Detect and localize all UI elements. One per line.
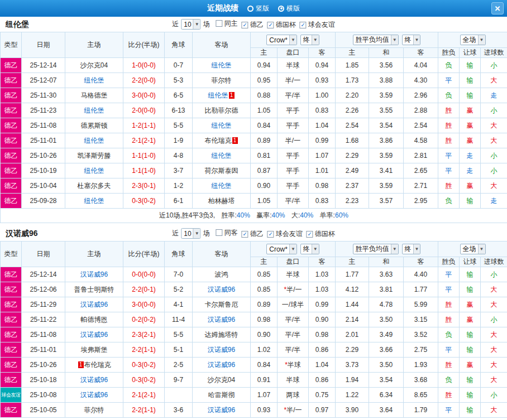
handicap-away-odds: 0.90 [309, 312, 336, 327]
wdl-result: 胜 [438, 103, 460, 118]
match-count-select[interactable]: 10▼ [181, 228, 200, 239]
odds-company-select[interactable]: Crow*▼ [266, 35, 297, 45]
handicap-line: 平/半 [278, 342, 309, 358]
handicap-result: 输 [460, 388, 481, 403]
away-team-cell: 卡尔斯鲁厄 [193, 297, 251, 312]
avg-draw-odds: 3.49 [369, 327, 404, 342]
over-under-result: 大 [481, 358, 507, 373]
handicap-result: 赢 [460, 297, 481, 312]
col-home: 主场 [65, 242, 123, 267]
match-count-select[interactable]: 10▼ [181, 19, 200, 30]
handicap-result: 赢 [460, 103, 481, 118]
match-row: 德乙25-09-28纽伦堡0-3(0-2)6-1柏林赫塔1.05平/半0.832… [1, 194, 507, 209]
avg-time-select[interactable]: 终▼ [402, 244, 421, 254]
filter-checkbox-1[interactable]: ✓德乙 [242, 229, 264, 239]
checkbox-checked-icon: ✓ [307, 231, 313, 238]
avg-time-select[interactable]: 终▼ [402, 35, 421, 45]
chevron-down-icon: ▼ [312, 244, 319, 254]
col-type: 类型 [1, 32, 22, 58]
asian-rate-label: 赢率: [256, 211, 271, 219]
league-type-badge: 德乙 [1, 267, 22, 282]
match-date: 25-12-07 [22, 73, 65, 88]
col-away-odds: 客 [309, 48, 336, 58]
match-date: 25-10-04 [22, 178, 65, 194]
team-name[interactable]: 汉诺威96 [80, 271, 108, 278]
odds-company-select[interactable]: Crow*▼ [266, 244, 297, 254]
team-name[interactable]: 纽伦堡 [84, 76, 104, 84]
filter-checkbox-0[interactable]: 同主 [216, 19, 238, 28]
avg-odds-select[interactable]: 胜平负均值▼ [353, 35, 399, 45]
avg-away-odds: 1.77 [404, 282, 438, 297]
match-date: 25-11-22 [22, 312, 65, 327]
matches-table: 类型 日期 主场 比分(半场) 角球 客场 Crow*▼ 终▼ 胜平负均值▼ 终… [0, 241, 507, 418]
col-handicap: 盘口 [278, 48, 309, 58]
avg-draw-odds: 3.55 [369, 103, 404, 118]
team-name[interactable]: 汉诺威96 [208, 361, 235, 369]
score: 2-2(1-1) [123, 403, 165, 418]
team-name[interactable]: 汉诺威96 [208, 286, 235, 293]
match-date: 25-11-29 [22, 297, 65, 312]
avg-home-odds: 3.90 [336, 403, 369, 418]
league-type-badge: 德乙 [1, 403, 22, 418]
col-avg-away: 客 [404, 257, 438, 267]
avg-draw-odds: 3.81 [369, 282, 404, 297]
avg-draw-odds: 3.56 [369, 58, 404, 73]
wdl-result: 胜 [438, 297, 460, 312]
filter-checkbox-3[interactable]: ✓球会友谊 [300, 20, 335, 30]
team-name[interactable]: 汉诺威96 [80, 376, 108, 384]
handicap-home-odds: 1.05 [251, 103, 278, 118]
team-name[interactable]: 纽伦堡 [84, 167, 104, 175]
handicap-line: 平/半 [278, 88, 309, 103]
odds-time-select[interactable]: 终▼ [300, 244, 319, 254]
handicap-result: 赢 [460, 312, 481, 327]
away-team-cell: 比勒菲尔德 [193, 103, 251, 118]
handicap-away-odds: 0.83 [309, 103, 336, 118]
over-under-result: 小 [481, 312, 507, 327]
team-name[interactable]: 汉诺威96 [80, 301, 108, 308]
avg-home-odds: 2.29 [336, 148, 369, 163]
scope-select[interactable]: 全场▼ [460, 35, 486, 45]
chevron-down-icon: ▼ [193, 20, 200, 29]
filter-bar: 近 10▼ 场 同客✓德乙✓球会友谊✓德国杯 [171, 228, 336, 239]
filter-checkbox-2[interactable]: ✓球会友谊 [267, 229, 303, 239]
summary-record: 近10场,胜4平3负3, [159, 211, 215, 219]
team-name[interactable]: 汉诺威96 [208, 346, 235, 354]
chevron-down-icon: ▼ [478, 244, 485, 254]
filter-checkbox-2[interactable]: ✓德国杯 [267, 20, 296, 30]
chevron-down-icon: ▼ [193, 229, 200, 238]
handicap-result: 输 [460, 403, 481, 418]
avg-odds-select[interactable]: 胜平负均值▼ [353, 244, 399, 254]
team-name[interactable]: 汉诺威96 [208, 406, 235, 414]
team-name[interactable]: 纽伦堡 [84, 107, 104, 114]
over-under-result: 大 [481, 297, 507, 312]
radio-checked-icon [278, 6, 284, 12]
team-name[interactable]: 汉诺威96 [80, 331, 108, 339]
handicap-result: 输 [460, 282, 481, 297]
team-name[interactable]: 纽伦堡 [84, 137, 104, 144]
layout-option-vertical[interactable]: 竖版 [247, 4, 269, 13]
team-name[interactable]: 纽伦堡 [212, 61, 232, 69]
filter-checkbox-1[interactable]: ✓德乙 [242, 20, 264, 30]
scope-select[interactable]: 全场▼ [460, 244, 486, 254]
team-name[interactable]: 纽伦堡 [212, 182, 232, 190]
filter-checkbox-3[interactable]: ✓德国杯 [307, 229, 335, 239]
radio-unchecked-icon [247, 6, 253, 12]
team-name[interactable]: 汉诺威96 [208, 316, 235, 324]
team-name: 达姆施塔特 [205, 331, 238, 339]
team-name[interactable]: 纽伦堡 [212, 152, 232, 160]
avg-draw-odds: 3.88 [369, 73, 404, 88]
team-name[interactable]: 纽伦堡 [208, 91, 228, 99]
layout-option-horizontal[interactable]: 横版 [278, 4, 300, 13]
avg-home-odds: 2.20 [336, 88, 369, 103]
team-name: 哈雷斯彻 [208, 391, 235, 399]
over-under-result: 大 [481, 373, 507, 388]
team-name[interactable]: 纽伦堡 [212, 122, 232, 129]
odds-time-select[interactable]: 终▼ [300, 35, 319, 45]
home-team-cell: 1布伦瑞克 [65, 358, 123, 373]
team-name: 卡尔斯鲁厄 [205, 301, 238, 308]
close-button[interactable]: ✕ [491, 2, 504, 15]
col-home-odds: 主 [251, 257, 278, 267]
filter-checkbox-0[interactable]: 同客 [216, 228, 238, 238]
team-name[interactable]: 纽伦堡 [84, 197, 104, 205]
team-name[interactable]: 汉诺威96 [80, 391, 108, 399]
